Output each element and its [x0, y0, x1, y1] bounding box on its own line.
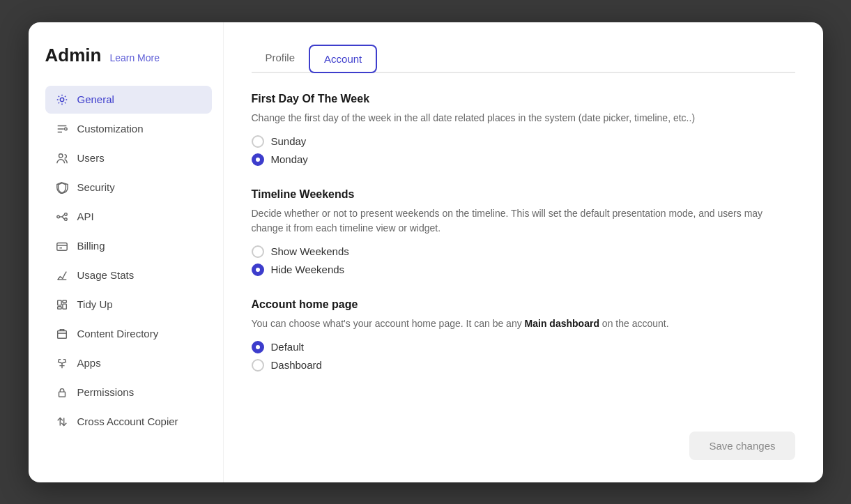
sidebar-label-users: Users [77, 152, 105, 164]
radio-circle-monday [252, 153, 264, 166]
svg-point-2 [59, 153, 62, 157]
tabs-bar: Profile Account [252, 45, 795, 73]
svg-point-1 [64, 128, 67, 130]
sidebar-item-users[interactable]: Users [45, 144, 212, 172]
sidebar-item-apps[interactable]: Apps [45, 349, 212, 377]
radio-label-sunday: Sunday [271, 135, 307, 147]
svg-point-5 [64, 217, 67, 220]
account-home-options: Default Dashboard [252, 341, 795, 372]
content-directory-icon [55, 327, 69, 341]
learn-more-link[interactable]: Learn More [109, 52, 160, 63]
sidebar-header: Admin Learn More [45, 45, 212, 66]
radio-circle-default [252, 341, 264, 353]
permissions-icon [55, 385, 69, 399]
sidebar-label-content-directory: Content Directory [77, 328, 159, 339]
account-home-title: Account home page [252, 298, 795, 311]
apps-icon [55, 356, 69, 370]
account-home-desc: You can choose what's your account home … [252, 316, 795, 331]
tidy-up-icon [55, 298, 69, 312]
sidebar-item-general[interactable]: General [45, 86, 212, 114]
sidebar-item-security[interactable]: Security [45, 174, 212, 201]
sidebar-label-general: General [77, 93, 114, 105]
first-day-desc: Change the first day of the week in the … [252, 111, 795, 125]
sidebar-label-apps: Apps [77, 357, 101, 369]
sidebar-item-tidy-up[interactable]: Tidy Up [45, 291, 212, 319]
sidebar-item-permissions[interactable]: Permissions [45, 379, 212, 406]
sidebar-label-api: API [77, 211, 94, 222]
radio-label-dashboard: Dashboard [271, 359, 322, 371]
svg-rect-7 [57, 300, 61, 305]
radio-circle-hide-weekends [252, 264, 264, 276]
radio-circle-dashboard [252, 359, 264, 372]
radio-hide-weekends[interactable]: Hide Weekends [252, 264, 795, 276]
tab-account[interactable]: Account [309, 45, 377, 73]
svg-rect-10 [57, 306, 61, 309]
timeline-weekends-desc: Decide whether or not to present weekend… [252, 206, 795, 236]
usage-stats-icon [55, 268, 69, 282]
sidebar-item-usage-stats[interactable]: Usage Stats [45, 261, 212, 289]
sidebar-title: Admin [45, 45, 102, 66]
radio-sunday[interactable]: Sunday [252, 135, 795, 148]
shield-icon [55, 181, 69, 194]
users-icon [55, 151, 69, 165]
sidebar-label-tidy-up: Tidy Up [77, 298, 113, 310]
gear-icon [55, 93, 69, 107]
sidebar-label-customization: Customization [77, 123, 144, 135]
api-icon [55, 210, 69, 224]
sidebar-item-cross-account-copier[interactable]: Cross Account Copier [45, 408, 212, 436]
timeline-weekends-title: Timeline Weekends [252, 188, 795, 201]
sidebar-label-cross-account-copier: Cross Account Copier [77, 415, 178, 427]
section-timeline-weekends: Timeline Weekends Decide whether or not … [252, 188, 795, 276]
radio-show-weekends[interactable]: Show Weekends [252, 245, 795, 258]
main-content: Profile Account First Day Of The Week Ch… [224, 22, 823, 482]
customization-icon [55, 122, 69, 136]
radio-label-show-weekends: Show Weekends [271, 245, 349, 257]
sidebar-item-customization[interactable]: Customization [45, 115, 212, 143]
section-account-home: Account home page You can choose what's … [252, 298, 795, 372]
account-home-desc-prefix: You can choose what's your account home … [252, 318, 525, 329]
svg-point-4 [64, 213, 67, 215]
sidebar-label-security: Security [77, 181, 115, 193]
billing-icon [55, 239, 69, 253]
radio-monday[interactable]: Monday [252, 153, 795, 166]
radio-circle-sunday [252, 135, 264, 148]
first-day-options: Sunday Monday [252, 135, 795, 166]
footer: Save changes [252, 420, 795, 460]
radio-label-hide-weekends: Hide Weekends [271, 264, 345, 275]
svg-rect-11 [57, 330, 66, 338]
account-home-desc-bold: Main dashboard [525, 318, 599, 329]
sidebar-item-billing[interactable]: Billing [45, 232, 212, 260]
save-changes-button[interactable]: Save changes [689, 432, 795, 460]
sidebar-label-billing: Billing [77, 240, 105, 252]
sidebar-item-api[interactable]: API [45, 203, 212, 231]
radio-dashboard[interactable]: Dashboard [252, 359, 795, 372]
svg-rect-6 [56, 243, 66, 250]
radio-label-default: Default [271, 341, 305, 353]
sidebar-label-usage-stats: Usage Stats [77, 269, 135, 281]
radio-circle-show-weekends [252, 245, 264, 258]
svg-rect-8 [62, 304, 66, 309]
section-first-day: First Day Of The Week Change the first d… [252, 93, 795, 166]
svg-point-0 [60, 98, 63, 101]
sidebar-item-content-directory[interactable]: Content Directory [45, 320, 212, 348]
radio-default[interactable]: Default [252, 341, 795, 353]
account-home-desc-suffix: on the account. [599, 318, 669, 329]
sidebar-label-permissions: Permissions [77, 386, 135, 398]
cross-account-copier-icon [55, 415, 69, 429]
svg-rect-9 [62, 300, 66, 303]
radio-label-monday: Monday [271, 153, 308, 165]
admin-window: Admin Learn More General Customization [29, 22, 823, 482]
timeline-weekends-options: Show Weekends Hide Weekends [252, 245, 795, 276]
tab-profile[interactable]: Profile [252, 45, 309, 73]
first-day-title: First Day Of The Week [252, 93, 795, 105]
svg-point-3 [56, 215, 59, 218]
svg-rect-12 [59, 392, 65, 397]
sidebar: Admin Learn More General Customization [29, 22, 224, 482]
